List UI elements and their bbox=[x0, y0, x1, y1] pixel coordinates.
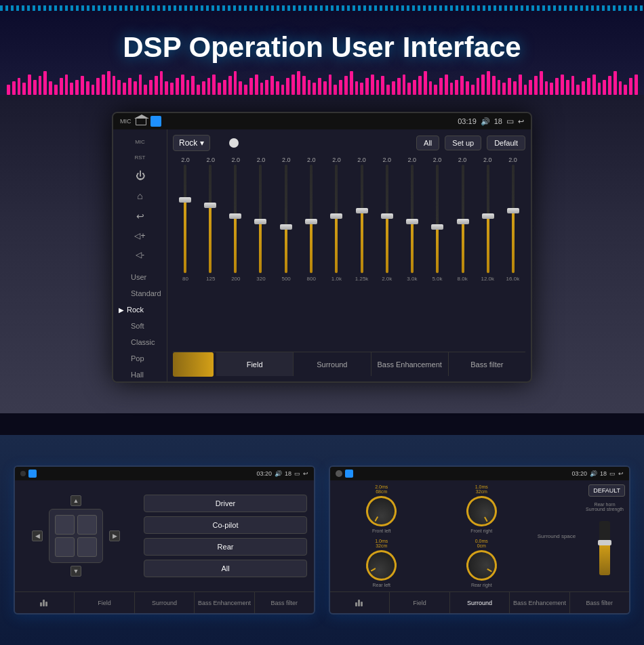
field-btn-rear[interactable]: Rear bbox=[144, 538, 307, 556]
tab-bass-filter[interactable]: Bass filter bbox=[449, 352, 525, 376]
sub-right-status-left bbox=[336, 470, 353, 478]
sub-right-back[interactable]: ↩ bbox=[618, 470, 624, 477]
power-icon[interactable]: ⏻ bbox=[136, 170, 145, 181]
all-button[interactable]: All bbox=[416, 136, 439, 150]
eq-slider-col-10[interactable] bbox=[426, 165, 449, 273]
setup-button[interactable]: Set up bbox=[445, 136, 481, 150]
pink-bar bbox=[576, 85, 580, 95]
eq-slider-col-7[interactable] bbox=[350, 165, 374, 273]
surround-knob-0[interactable] bbox=[361, 491, 402, 532]
preset-item-pop[interactable]: Pop bbox=[113, 350, 167, 367]
slider-thumb[interactable] bbox=[507, 208, 519, 213]
sub-left-tab-filter[interactable]: Bass filter bbox=[255, 592, 314, 613]
sub-left-back[interactable]: ↩ bbox=[303, 470, 308, 477]
preset-dropdown[interactable]: Rock ▾ bbox=[173, 135, 210, 151]
eq-slider-col-9[interactable] bbox=[401, 165, 424, 273]
battery-icon: ▭ bbox=[506, 117, 514, 126]
sub-right-field-label: Field bbox=[413, 600, 426, 606]
eq-slider-col-4[interactable] bbox=[274, 165, 298, 273]
arrow-left[interactable]: ◀ bbox=[32, 530, 43, 541]
slider-fill bbox=[462, 219, 464, 273]
preset-item-rock[interactable]: ▶Rock bbox=[113, 301, 167, 318]
home-sidebar-icon[interactable]: ⌂ bbox=[137, 190, 142, 201]
slider-thumb[interactable] bbox=[381, 213, 393, 219]
tab-bass-enhancement[interactable]: Bass Enhancement bbox=[371, 352, 449, 376]
back-icon[interactable]: ↩ bbox=[518, 117, 524, 126]
sub-right-tab-field[interactable]: Field bbox=[390, 592, 449, 613]
preset-item-classic[interactable]: Classic bbox=[113, 334, 167, 350]
eq-freq-label: 2.0k bbox=[374, 276, 399, 282]
field-btn-driver[interactable]: Driver bbox=[144, 495, 307, 512]
sub-right-tab-surround[interactable]: Surround bbox=[450, 592, 510, 613]
preset-item-soft[interactable]: Soft bbox=[113, 318, 167, 334]
default-button[interactable]: Default bbox=[487, 136, 525, 150]
pink-bar bbox=[249, 78, 253, 95]
surround-slider-thumb[interactable] bbox=[598, 540, 611, 545]
pink-bar bbox=[160, 71, 163, 95]
pink-bar bbox=[466, 81, 469, 95]
sub-left-volume: 18 bbox=[285, 470, 291, 477]
sub-left-tab-surround[interactable]: Surround bbox=[135, 592, 195, 613]
preset-item-standard[interactable]: Standard bbox=[113, 285, 167, 301]
surround-knob-1[interactable] bbox=[461, 491, 502, 532]
back-sidebar-icon[interactable]: ↩ bbox=[136, 211, 144, 222]
sub-left-tab-bass[interactable]: Bass Enhancement bbox=[195, 592, 254, 613]
slider-thumb[interactable] bbox=[482, 213, 494, 219]
field-btn-all[interactable]: All bbox=[144, 560, 307, 577]
surround-strength-slider[interactable] bbox=[599, 521, 610, 575]
slider-thumb[interactable] bbox=[330, 213, 342, 219]
arrow-up[interactable]: ▲ bbox=[71, 495, 81, 506]
slider-thumb[interactable] bbox=[179, 197, 191, 203]
slider-thumb[interactable] bbox=[229, 213, 241, 219]
slider-thumb[interactable] bbox=[305, 219, 317, 224]
tab-surround[interactable]: Surround bbox=[294, 352, 371, 376]
eq-slider-col-2[interactable] bbox=[224, 165, 247, 273]
slider-thumb[interactable] bbox=[406, 219, 418, 224]
sub-right-tab-eq[interactable] bbox=[330, 592, 390, 613]
sub-right-dot bbox=[336, 470, 342, 477]
sub-right-tab-filter[interactable]: Bass filter bbox=[570, 592, 629, 613]
field-btn-copilot[interactable]: Co-pilot bbox=[144, 516, 307, 534]
eq-slider-col-3[interactable] bbox=[249, 165, 273, 273]
slider-thumb[interactable] bbox=[457, 219, 469, 224]
pink-bar bbox=[619, 81, 622, 95]
preset-item-user[interactable]: User bbox=[113, 269, 167, 285]
eq-value: 2.0 bbox=[399, 157, 424, 163]
arrow-right[interactable]: ▶ bbox=[109, 530, 120, 541]
slider-thumb[interactable] bbox=[254, 219, 266, 224]
surround-right-label: Rear horn Surround strength bbox=[584, 502, 625, 512]
arrow-down[interactable]: ▼ bbox=[71, 566, 81, 577]
slider-thumb[interactable] bbox=[356, 208, 368, 213]
surround-knob-2[interactable] bbox=[361, 545, 402, 586]
slider-thumb[interactable] bbox=[204, 203, 216, 208]
surround-knob-3[interactable] bbox=[461, 545, 502, 586]
eq-slider-col-6[interactable] bbox=[325, 165, 348, 273]
pink-bar bbox=[355, 81, 359, 95]
sub-left-tab-eq[interactable] bbox=[15, 592, 75, 613]
pink-bar bbox=[165, 81, 168, 95]
slider-track bbox=[512, 165, 515, 273]
slider-thumb[interactable] bbox=[280, 224, 292, 230]
pink-bar bbox=[255, 75, 258, 95]
eq-slider-col-5[interactable] bbox=[299, 165, 323, 273]
tab-field[interactable]: Field bbox=[216, 352, 294, 376]
eq-slider-col-8[interactable] bbox=[375, 165, 399, 273]
pink-bar bbox=[529, 80, 532, 95]
surround-default-button[interactable]: DEFAULT bbox=[588, 484, 625, 497]
pink-equalizer-bars bbox=[0, 68, 644, 95]
sub-right-tab-bass[interactable]: Bass Enhancement bbox=[510, 592, 569, 613]
sub-left-tab-field[interactable]: Field bbox=[75, 592, 134, 613]
eq-knob-dot bbox=[229, 138, 239, 148]
slider-thumb[interactable] bbox=[431, 224, 443, 230]
vol-down-icon[interactable]: ◁- bbox=[136, 250, 144, 259]
knob-bottom-label: Front right bbox=[470, 528, 492, 533]
status-bar-right: 03:19 🔊 18 ▭ ↩ bbox=[458, 117, 524, 126]
preset-item-hall[interactable]: Hall bbox=[113, 367, 167, 383]
eq-slider-col-0[interactable] bbox=[173, 165, 197, 273]
eq-slider-col-1[interactable] bbox=[198, 165, 222, 273]
eq-slider-col-11[interactable] bbox=[451, 165, 475, 273]
vol-up-icon[interactable]: ◁+ bbox=[134, 231, 145, 241]
eq-slider-col-13[interactable] bbox=[502, 165, 525, 273]
eq-slider-col-12[interactable] bbox=[476, 165, 500, 273]
pink-bar bbox=[181, 75, 184, 95]
